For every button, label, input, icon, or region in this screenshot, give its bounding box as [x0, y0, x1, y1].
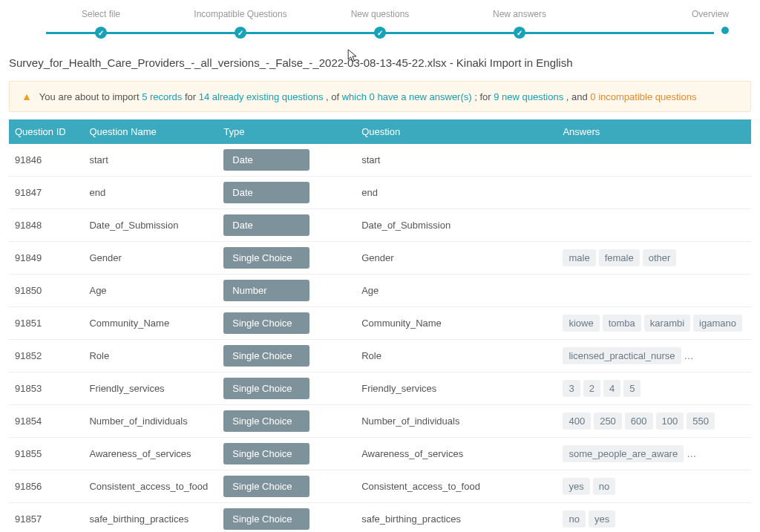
step-label: Incompatible Questions — [194, 9, 286, 19]
cell-type: Single Choice — [217, 372, 356, 405]
cell-question: start — [356, 144, 557, 177]
cell-answers — [557, 144, 751, 177]
table-row[interactable]: 91846startDatestart — [9, 144, 751, 177]
col-question[interactable]: Question — [356, 119, 557, 144]
cell-name: safe_birthing_practices — [83, 503, 217, 533]
cell-answers: 400250600100550 — [557, 405, 751, 438]
cell-answers — [557, 275, 751, 307]
type-pill: Date — [223, 149, 309, 171]
table-row[interactable]: 91853Friendly_servicesSingle ChoiceFrien… — [9, 372, 751, 405]
dot-icon — [721, 27, 729, 34]
questions-table: Question ID Question Name Type Question … — [9, 119, 751, 532]
stepper-step[interactable]: Select file ✓ — [31, 9, 171, 39]
type-pill: Single Choice — [223, 476, 309, 497]
cell-type: Single Choice — [217, 242, 356, 275]
cell-name: Age — [83, 275, 217, 307]
stepper-step[interactable]: Overview — [589, 9, 729, 39]
table-row[interactable]: 91852RoleSingle ChoiceRolelicensed_pract… — [9, 340, 751, 372]
warning-icon: ▲ — [22, 91, 32, 102]
check-icon: ✓ — [514, 27, 525, 39]
cell-name: Awareness_of_services — [83, 438, 217, 470]
type-pill: Single Choice — [223, 247, 309, 269]
cell-type: Single Choice — [217, 470, 356, 503]
alert-existing-link[interactable]: 14 already existing questions — [199, 91, 326, 102]
cell-id: 91855 — [9, 438, 83, 470]
cell-id: 91849 — [9, 242, 83, 275]
cell-type: Date — [217, 209, 356, 242]
step-label: New questions — [351, 9, 410, 19]
cell-question: end — [356, 177, 557, 209]
table-row[interactable]: 91850AgeNumberAge — [9, 275, 751, 307]
stepper-step[interactable]: New questions ✓ — [310, 9, 450, 39]
step-label: New answers — [493, 9, 546, 19]
table-row[interactable]: 91855Awareness_of_servicesSingle ChoiceA… — [9, 438, 751, 470]
stepper-step[interactable]: New answers ✓ — [450, 9, 589, 39]
cell-question: Friendly_services — [356, 372, 557, 405]
alert-new-questions-link[interactable]: 9 new questions — [494, 91, 566, 102]
answer-tag: 2 — [583, 380, 600, 397]
table-row[interactable]: 91857safe_birthing_practicesSingle Choic… — [9, 503, 751, 533]
cell-id: 91852 — [9, 340, 83, 372]
cell-type: Date — [217, 144, 356, 177]
cell-id: 91857 — [9, 503, 83, 533]
cell-question: Awareness_of_services — [356, 438, 557, 470]
cell-id: 91853 — [9, 372, 83, 405]
answer-tag: female — [599, 249, 640, 266]
col-id[interactable]: Question ID — [9, 119, 83, 144]
cell-question: Gender — [356, 242, 557, 275]
alert-incompat-link[interactable]: 0 incompatible questions — [590, 91, 696, 102]
cell-answers: some_people_are_awareno__not_many_people — [557, 438, 751, 470]
col-answers[interactable]: Answers — [557, 119, 751, 144]
alert-text: You are about to import 5 records for 14… — [39, 91, 697, 102]
cell-id: 91851 — [9, 307, 83, 340]
cell-type: Number — [217, 275, 356, 307]
answer-tag: 400 — [563, 413, 591, 430]
cell-type: Single Choice — [217, 307, 356, 340]
answer-tag: tomba — [603, 315, 641, 332]
stepper-step[interactable]: Incompatible Questions ✓ — [171, 9, 310, 39]
answer-tag: 250 — [594, 413, 622, 430]
type-pill: Single Choice — [223, 345, 309, 367]
alert-new-answers-link[interactable]: which 0 have a new answer(s) — [342, 91, 474, 102]
answer-tag: igamano — [693, 315, 742, 332]
answer-tag: no — [563, 510, 585, 528]
answer-tag: 3 — [563, 380, 580, 397]
cell-answers — [557, 209, 751, 242]
type-pill: Single Choice — [223, 312, 309, 334]
answer-tag: male — [563, 249, 595, 266]
table-row[interactable]: 91849GenderSingle ChoiceGendermalefemale… — [9, 242, 751, 275]
cell-question: Community_Name — [356, 307, 557, 340]
cell-question: Number_of_individuals — [356, 405, 557, 438]
check-icon: ✓ — [95, 27, 107, 39]
import-summary-alert: ▲ You are about to import 5 records for … — [9, 81, 751, 112]
col-name[interactable]: Question Name — [83, 119, 217, 144]
cell-answers — [557, 177, 751, 209]
table-row[interactable]: 91848Date_of_SubmissionDateDate_of_Submi… — [9, 209, 751, 242]
alert-of-which: , of — [326, 91, 342, 102]
alert-semi: ; for — [474, 91, 494, 102]
table-row[interactable]: 91847endDateend — [9, 177, 751, 209]
answer-tag: some_people_are_aware — [563, 445, 684, 462]
answer-tag: 550 — [687, 413, 715, 430]
cell-id: 91847 — [9, 177, 83, 209]
step-label: Select file — [82, 9, 120, 19]
table-row[interactable]: 91856Consistent_access_to_foodSingle Cho… — [9, 470, 751, 503]
cell-type: Date — [217, 177, 356, 209]
answer-tag: yes — [589, 510, 615, 528]
cell-answers: noyes — [557, 503, 751, 533]
table-row[interactable]: 91854Number_of_individualsSingle ChoiceN… — [9, 405, 751, 438]
cell-question: Date_of_Submission — [356, 209, 557, 242]
cell-name: end — [83, 177, 217, 209]
cell-name: Consistent_access_to_food — [83, 470, 217, 503]
cell-id: 91854 — [9, 405, 83, 438]
alert-prefix: You are about to import — [39, 91, 142, 102]
alert-records-link[interactable]: 5 records — [142, 91, 182, 102]
cell-question: Age — [356, 275, 557, 307]
cell-name: Friendly_services — [83, 372, 217, 405]
table-row[interactable]: 91851Community_NameSingle ChoiceCommunit… — [9, 307, 751, 340]
col-type[interactable]: Type — [217, 119, 356, 144]
cell-type: Single Choice — [217, 340, 356, 372]
check-icon: ✓ — [374, 27, 386, 39]
cell-question: safe_birthing_practices — [356, 503, 557, 533]
cell-name: Role — [83, 340, 217, 372]
